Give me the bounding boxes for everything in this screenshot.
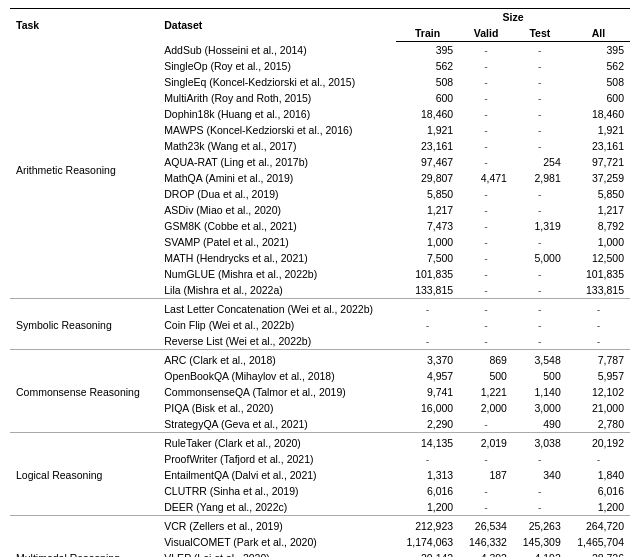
num-cell: - (459, 122, 513, 138)
dataset-cell: Lila (Mishra et al., 2022a) (158, 282, 396, 299)
num-cell: 12,500 (567, 250, 630, 266)
table-row: Commonsense ReasoningARC (Clark et al., … (10, 350, 630, 369)
dataset-cell: MAWPS (Koncel-Kedziorski et al., 2016) (158, 122, 396, 138)
data-table: Task Dataset Size Train Valid Test All A… (10, 8, 630, 557)
dataset-cell: Dophin18k (Huang et al., 2016) (158, 106, 396, 122)
num-cell: - (459, 499, 513, 516)
num-cell: 16,000 (396, 400, 459, 416)
dataset-cell: GSM8K (Cobbe et al., 2021) (158, 218, 396, 234)
num-cell: 2,019 (459, 433, 513, 452)
num-cell: 4,392 (459, 550, 513, 557)
dataset-cell: CommonsenseQA (Talmor et al., 2019) (158, 384, 396, 400)
dataset-cell: VisualCOMET (Park et al., 2020) (158, 534, 396, 550)
task-cell: Arithmetic Reasoning (10, 42, 158, 299)
num-cell: 500 (459, 368, 513, 384)
num-cell: 5,850 (567, 186, 630, 202)
num-cell: 6,016 (396, 483, 459, 499)
num-cell: - (459, 299, 513, 318)
num-cell: 3,370 (396, 350, 459, 369)
num-cell: 145,309 (513, 534, 567, 550)
num-cell: 254 (513, 154, 567, 170)
dataset-cell: ARC (Clark et al., 2018) (158, 350, 396, 369)
num-cell: 2,290 (396, 416, 459, 433)
num-cell: - (513, 58, 567, 74)
num-cell: 133,815 (396, 282, 459, 299)
num-cell: - (459, 186, 513, 202)
num-cell: - (513, 282, 567, 299)
dataset-cell: Last Letter Concatenation (Wei et al., 2… (158, 299, 396, 318)
dataset-cell: DROP (Dua et al., 2019) (158, 186, 396, 202)
dataset-cell: EntailmentQA (Dalvi et al., 2021) (158, 467, 396, 483)
dataset-cell: StrategyQA (Geva et al., 2021) (158, 416, 396, 433)
num-cell: - (513, 138, 567, 154)
num-cell: 395 (567, 42, 630, 59)
num-cell: - (513, 234, 567, 250)
col-header-all: All (567, 25, 630, 42)
num-cell: 508 (396, 74, 459, 90)
dataset-cell: ProofWriter (Tafjord et al., 2021) (158, 451, 396, 467)
col-header-dataset: Dataset (158, 9, 396, 42)
num-cell: 7,473 (396, 218, 459, 234)
num-cell: 4,471 (459, 170, 513, 186)
num-cell: 187 (459, 467, 513, 483)
num-cell: 20,192 (567, 433, 630, 452)
dataset-cell: MultiArith (Roy and Roth, 2015) (158, 90, 396, 106)
num-cell: - (459, 202, 513, 218)
num-cell: 97,721 (567, 154, 630, 170)
num-cell: - (567, 317, 630, 333)
dataset-cell: AddSub (Hosseini et al., 2014) (158, 42, 396, 59)
num-cell: 23,161 (396, 138, 459, 154)
num-cell: - (459, 266, 513, 282)
num-cell: 2,981 (513, 170, 567, 186)
num-cell: 1,000 (567, 234, 630, 250)
task-cell: Logical Reasoning (10, 433, 158, 516)
num-cell: - (459, 317, 513, 333)
num-cell: 9,741 (396, 384, 459, 400)
main-container: Task Dataset Size Train Valid Test All A… (0, 0, 640, 557)
num-cell: - (459, 106, 513, 122)
col-header-train: Train (396, 25, 459, 42)
num-cell: - (513, 299, 567, 318)
num-cell: 5,000 (513, 250, 567, 266)
num-cell: 1,174,063 (396, 534, 459, 550)
table-row: Multimodal ReasoningVCR (Zellers et al.,… (10, 516, 630, 535)
num-cell: - (513, 202, 567, 218)
num-cell: - (513, 106, 567, 122)
num-cell: - (513, 483, 567, 499)
num-cell: - (396, 317, 459, 333)
num-cell: - (513, 122, 567, 138)
num-cell: 1,921 (396, 122, 459, 138)
num-cell: - (513, 317, 567, 333)
num-cell: 18,460 (396, 106, 459, 122)
num-cell: - (513, 90, 567, 106)
num-cell: 508 (567, 74, 630, 90)
dataset-cell: NumGLUE (Mishra et al., 2022b) (158, 266, 396, 282)
table-row: Logical ReasoningRuleTaker (Clark et al.… (10, 433, 630, 452)
num-cell: 1,217 (567, 202, 630, 218)
num-cell: 25,263 (513, 516, 567, 535)
num-cell: - (459, 282, 513, 299)
task-cell: Symbolic Reasoning (10, 299, 158, 350)
num-cell: 562 (396, 58, 459, 74)
num-cell: 4,192 (513, 550, 567, 557)
num-cell: 1,221 (459, 384, 513, 400)
num-cell: - (459, 234, 513, 250)
num-cell: 28,726 (567, 550, 630, 557)
num-cell: 3,038 (513, 433, 567, 452)
table-row: Arithmetic ReasoningAddSub (Hosseini et … (10, 42, 630, 59)
num-cell: 101,835 (567, 266, 630, 282)
num-cell: - (513, 266, 567, 282)
num-cell: 264,720 (567, 516, 630, 535)
num-cell: 395 (396, 42, 459, 59)
dataset-cell: Reverse List (Wei et al., 2022b) (158, 333, 396, 350)
col-header-size: Size (396, 9, 630, 26)
num-cell: - (513, 42, 567, 59)
dataset-cell: AQUA-RAT (Ling et al., 2017b) (158, 154, 396, 170)
num-cell: - (459, 218, 513, 234)
num-cell: 3,548 (513, 350, 567, 369)
num-cell: - (567, 299, 630, 318)
dataset-cell: SVAMP (Patel et al., 2021) (158, 234, 396, 250)
dataset-cell: SingleEq (Koncel-Kedziorski et al., 2015… (158, 74, 396, 90)
num-cell: 600 (567, 90, 630, 106)
num-cell: 1,140 (513, 384, 567, 400)
